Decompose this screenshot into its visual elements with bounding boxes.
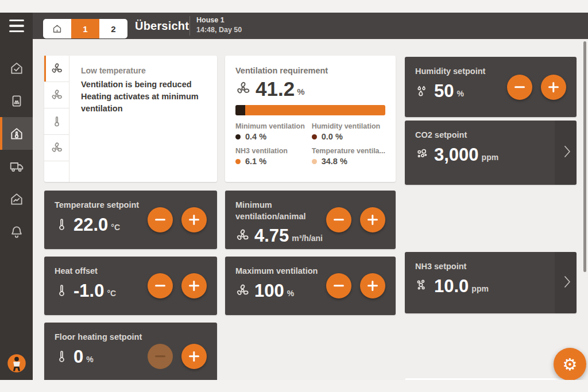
- alert-tab-ventilation-2[interactable]: [44, 82, 69, 108]
- sidebar-item-overview[interactable]: [0, 52, 33, 84]
- nh3-setpoint-card[interactable]: NH3 setpoint 10.0 ppm: [405, 252, 577, 313]
- nh3-molecules-icon: [415, 279, 430, 293]
- card-title: NH3 setpoint: [415, 261, 566, 273]
- increase-button[interactable]: [181, 207, 207, 232]
- setpoint-unit: ppm: [471, 284, 489, 293]
- setpoint-value: 50: [434, 82, 454, 100]
- ventilation-legend: Minimum ventilation 0.4 % Humidity venti…: [235, 122, 385, 166]
- co2-molecules-icon: [415, 148, 430, 162]
- fan-icon: [235, 228, 250, 243]
- increase-button[interactable]: [360, 207, 385, 232]
- legend-dot: [312, 159, 317, 164]
- ventilation-unit: %: [297, 87, 304, 96]
- chevron-right-icon[interactable]: [564, 145, 571, 160]
- home-tab[interactable]: [43, 19, 71, 38]
- setpoint-unit: %: [287, 289, 294, 298]
- bar-segment-minimum: [235, 105, 245, 115]
- fan-icon: [51, 89, 63, 102]
- decrease-button[interactable]: [326, 273, 351, 298]
- sidebar-item-climate[interactable]: [0, 117, 33, 150]
- setpoint-unit: °C: [111, 223, 120, 232]
- thermometer-icon: [51, 115, 63, 128]
- minimum-ventilation-card: Minimum ventilation/animal 4.75 m³/h/ani: [225, 191, 396, 249]
- alert-message-line: Ventilation is being reduced: [81, 79, 208, 91]
- alert-message-line: Heating activates at minimum ventilation: [81, 91, 208, 115]
- house-graph-icon: [9, 192, 24, 207]
- legend-dot: [235, 134, 241, 139]
- legend-value: 0.4 %: [245, 132, 266, 141]
- bell-icon: [9, 224, 24, 239]
- setpoint-value: 100: [254, 282, 284, 300]
- house-selector: 1 2: [43, 19, 127, 38]
- setpoint-value: 0: [74, 348, 83, 366]
- page-title: Übersicht: [135, 13, 189, 39]
- thermometer-icon: [55, 218, 69, 232]
- increase-button[interactable]: [360, 273, 385, 298]
- ventilation-stacked-bar: [235, 105, 385, 115]
- vertical-scrollbar-thumb[interactable]: [583, 41, 586, 272]
- card-title: Maximum ventilation: [235, 266, 318, 277]
- sidebar-item-alarms[interactable]: [0, 215, 33, 248]
- decrease-button-disabled[interactable]: [148, 344, 173, 369]
- thermometer-icon: [55, 284, 69, 298]
- climate-status-card: Climate status: [405, 378, 577, 380]
- house-datetime: 14:48, Day 50: [196, 25, 242, 35]
- co2-setpoint-card[interactable]: CO2 setpoint 3,000 ppm: [405, 121, 577, 185]
- sidebar: [0, 13, 33, 380]
- legend-value: 6.1 %: [245, 157, 266, 166]
- setpoint-value: 10.0: [434, 277, 469, 295]
- alert-tab-strip: [44, 56, 69, 182]
- setpoint-unit: %: [457, 89, 463, 98]
- increase-button[interactable]: [181, 273, 207, 298]
- setpoint-unit: ppm: [482, 153, 499, 162]
- setpoint-value: 3,000: [434, 146, 479, 164]
- legend-dot: [312, 134, 317, 139]
- decrease-button[interactable]: [507, 75, 532, 100]
- legend-label: Temperature ventila...: [312, 147, 385, 155]
- ventilation-value: 41.2: [256, 79, 295, 99]
- fan-icon: [235, 81, 251, 96]
- card-title: CO2 setpoint: [415, 130, 566, 141]
- decrease-button[interactable]: [148, 207, 173, 232]
- house-info: House 1 14:48, Day 50: [196, 15, 242, 35]
- legend-dot: [235, 159, 241, 164]
- sidebar-item-transport[interactable]: [0, 150, 33, 183]
- setpoint-value: 22.0: [74, 216, 108, 234]
- legend-item: NH3 ventilation 6.1 %: [235, 147, 306, 166]
- chevron-right-icon[interactable]: [564, 275, 571, 290]
- fan-icon: [51, 63, 63, 75]
- house-tab-2[interactable]: 2: [99, 19, 127, 38]
- decrease-button[interactable]: [148, 273, 173, 298]
- legend-label: NH3 ventilation: [235, 147, 306, 155]
- legend-value: 0.0 %: [322, 132, 343, 141]
- thermometer-icon: [55, 350, 69, 364]
- setpoint-unit: %: [86, 355, 93, 364]
- setpoint-value: 4.75: [254, 227, 289, 244]
- sidebar-item-controller[interactable]: [0, 84, 33, 117]
- legend-item: Minimum ventilation 0.4 %: [235, 122, 306, 141]
- card-title: Floor heating setpoint: [55, 332, 142, 343]
- temperature-setpoint-card: Temperature setpoint 22.0 °C: [44, 191, 217, 249]
- mascot-logo: [6, 353, 27, 374]
- fan-icon: [51, 142, 63, 154]
- increase-button[interactable]: [181, 344, 207, 369]
- card-title: Temperature setpoint: [55, 200, 139, 211]
- home-icon: [52, 24, 63, 34]
- legend-item: Humidity ventilation 0.0 %: [312, 122, 385, 141]
- alert-tab-temperature[interactable]: [44, 108, 69, 135]
- sidebar-item-production[interactable]: [0, 183, 33, 215]
- card-title: Heat offset: [55, 266, 116, 277]
- house-name: House 1: [196, 15, 242, 25]
- alert-tab-ventilation-3[interactable]: [44, 135, 69, 161]
- house-tab-1[interactable]: 1: [71, 19, 99, 38]
- hamburger-menu-icon[interactable]: [9, 20, 24, 32]
- setpoint-unit: m³/h/ani: [292, 234, 323, 243]
- decrease-button[interactable]: [326, 207, 351, 232]
- humidity-setpoint-card: Humidity setpoint 50 %: [405, 57, 577, 117]
- increase-button[interactable]: [541, 75, 566, 100]
- floor-heating-setpoint-card: Floor heating setpoint 0 %: [44, 323, 217, 380]
- header-divider: [189, 16, 190, 36]
- settings-fab-button[interactable]: ⚙: [554, 348, 586, 380]
- maximum-ventilation-card: Maximum ventilation 100 %: [225, 257, 396, 315]
- alert-tab-ventilation-1[interactable]: [44, 56, 69, 82]
